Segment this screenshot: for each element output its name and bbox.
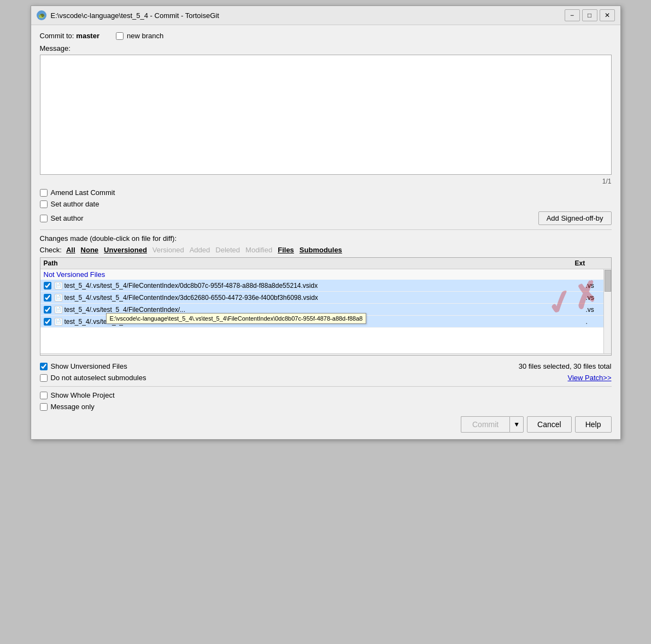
col-ext-header: Ext — [575, 259, 608, 267]
message-only-row: Message only — [40, 403, 612, 411]
message-label: Message: — [40, 44, 612, 52]
divider-1 — [40, 229, 612, 230]
commit-arrow-button[interactable]: ▼ — [509, 416, 524, 433]
filter-all[interactable]: All — [65, 246, 77, 254]
file-list-inner[interactable]: Not Versioned Files 📄 test_5_4/.vs/test_… — [40, 269, 611, 353]
filter-versioned[interactable]: Versioned — [151, 246, 185, 254]
amend-checkbox[interactable] — [40, 189, 48, 197]
table-row[interactable]: 📄 test_5_4/.vs/test_5_4/FileContentIndex… — [40, 292, 611, 304]
maximize-button[interactable]: □ — [582, 9, 597, 21]
set-author-label: Set author — [51, 214, 84, 222]
file-icon-4: 📄 — [55, 318, 62, 326]
check-label: Check: — [40, 246, 62, 254]
do-not-autoselect-label: Do not autoselect submodules — [51, 374, 146, 382]
message-only-checkbox[interactable] — [40, 403, 48, 411]
file-checkbox-4[interactable] — [44, 318, 51, 326]
file-checkbox-1[interactable] — [44, 282, 51, 289]
file-path-2: test_5_4/.vs/test_5_4/FileContentIndex/3… — [64, 294, 586, 302]
message-counter: 1/1 — [40, 178, 612, 185]
app-icon: 🐢 — [37, 10, 46, 20]
title-bar-controls: − □ ✕ — [565, 9, 615, 21]
file-path-3: test_5_4/.vs/test_5_4/FileContentIndex/.… — [64, 306, 586, 314]
changes-label: Changes made (double-click on file for d… — [40, 234, 612, 243]
cancel-button[interactable]: Cancel — [527, 416, 572, 433]
file-icon-3: 📄 — [55, 306, 62, 314]
show-unversioned-label: Show Unversioned Files — [51, 362, 127, 370]
bottom-section: Show Unversioned Files 30 files selected… — [40, 360, 612, 433]
help-button[interactable]: Help — [575, 416, 612, 433]
file-icon-2: 📄 — [55, 294, 62, 302]
filter-deleted[interactable]: Deleted — [214, 246, 241, 254]
main-window: 🐢 E:\vscode\c-language\test_5_4 - Commit… — [31, 5, 621, 440]
filter-added[interactable]: Added — [189, 246, 212, 254]
file-list-header: Path Ext — [40, 258, 611, 269]
show-whole-project-row: Show Whole Project — [40, 391, 612, 399]
col-path-header: Path — [44, 259, 575, 267]
hscroll-bar[interactable] — [40, 353, 611, 356]
table-row[interactable]: 📄 test_5_4/.vs/test_5_4/FileContentIndex… — [40, 280, 611, 292]
do-not-autoselect-row: Do not autoselect submodules View Patch>… — [40, 374, 612, 382]
new-branch-checkbox[interactable] — [116, 32, 124, 40]
close-button[interactable]: ✕ — [600, 9, 615, 21]
show-unversioned-row: Show Unversioned Files — [40, 362, 127, 370]
set-author-date-checkbox[interactable] — [40, 200, 48, 208]
show-whole-project-label: Show Whole Project — [51, 391, 115, 399]
show-unversioned-checkbox[interactable] — [40, 363, 48, 370]
bottom-buttons: Commit ▼ Cancel Help — [40, 416, 612, 433]
bottom-checkboxes: Show Whole Project Message only — [40, 391, 612, 411]
set-author-date-row: Set author date — [40, 200, 612, 208]
file-list-container: Path Ext Not Versioned Files 📄 test_5_4/… — [40, 257, 612, 356]
title-bar-left: 🐢 E:\vscode\c-language\test_5_4 - Commit… — [37, 10, 219, 20]
do-not-autoselect-checkbox-row: Do not autoselect submodules — [40, 374, 146, 382]
window-title: E:\vscode\c-language\test_5_4 - Commit -… — [51, 11, 219, 20]
filter-none[interactable]: None — [80, 246, 100, 254]
commit-to-row: Commit to: master new branch — [40, 32, 612, 40]
set-author-checkbox[interactable] — [40, 215, 48, 222]
file-checkbox-2[interactable] — [44, 294, 51, 302]
show-whole-project-checkbox[interactable] — [40, 392, 48, 399]
hscroll-thumb[interactable] — [63, 355, 96, 356]
commit-button[interactable]: Commit — [461, 416, 509, 433]
scrollbar-track[interactable] — [603, 269, 611, 353]
files-status: 30 files selected, 30 files total — [519, 362, 612, 370]
dialog-content: Commit to: master new branch Message: 1/… — [31, 25, 620, 439]
file-group-label: Not Versioned Files — [40, 269, 611, 280]
message-only-label: Message only — [51, 403, 95, 411]
new-branch-label: new branch — [127, 32, 163, 40]
title-bar: 🐢 E:\vscode\c-language\test_5_4 - Commit… — [31, 6, 620, 25]
tooltip-box: E:\vscode\c-language\test_5_4\.vs\test_5… — [106, 313, 367, 324]
filter-submodules[interactable]: Submodules — [298, 246, 343, 254]
divider-2 — [40, 386, 612, 387]
commit-button-group: Commit ▼ — [461, 416, 524, 433]
amend-label: Amend Last Commit — [51, 188, 115, 197]
commit-to-label: Commit to: — [40, 32, 74, 40]
check-filter-row: Check: All None Unversioned Versioned Ad… — [40, 246, 612, 254]
message-section: Message: 1/1 — [40, 44, 612, 185]
minimize-button[interactable]: − — [565, 9, 580, 21]
amend-row: Amend Last Commit — [40, 188, 612, 197]
filter-modified[interactable]: Modified — [244, 246, 273, 254]
message-input[interactable] — [40, 55, 612, 175]
files-status-row: Show Unversioned Files 30 files selected… — [40, 362, 612, 370]
set-author-checkbox-row: Set author — [40, 214, 84, 222]
do-not-autoselect-checkbox[interactable] — [40, 374, 48, 382]
filter-unversioned[interactable]: Unversioned — [103, 246, 148, 254]
scrollbar-thumb[interactable] — [605, 270, 611, 292]
add-signed-off-button[interactable]: Add Signed-off-by — [538, 211, 612, 225]
view-patch-button[interactable]: View Patch>> — [568, 374, 612, 382]
branch-value: master — [76, 32, 99, 40]
filter-files[interactable]: Files — [277, 246, 295, 254]
set-author-date-label: Set author date — [51, 200, 99, 208]
file-checkbox-3[interactable] — [44, 306, 51, 314]
file-icon-1: 📄 — [55, 282, 62, 289]
new-branch-row: new branch — [116, 32, 163, 40]
set-author-row: Set author Add Signed-off-by — [40, 211, 612, 225]
file-path-1: test_5_4/.vs/test_5_4/FileContentIndex/0… — [64, 282, 586, 289]
